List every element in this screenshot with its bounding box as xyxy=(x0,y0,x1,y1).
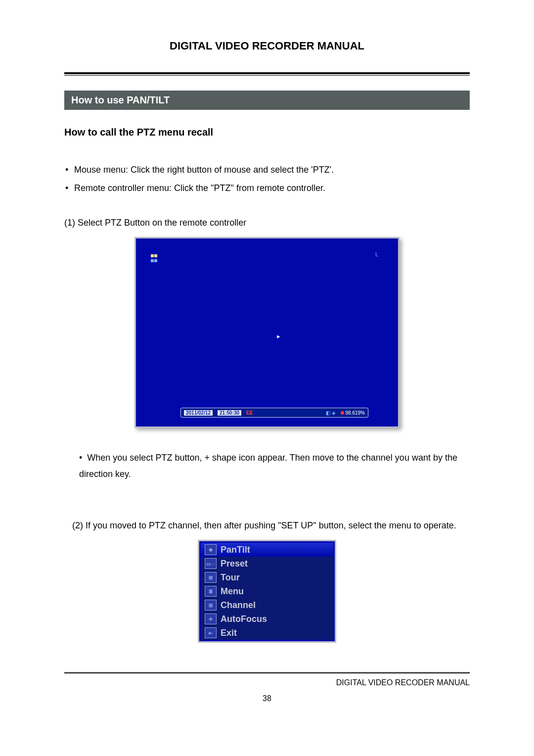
menu-icon: ≣ xyxy=(205,586,217,597)
doc-title: DIGITAL VIDEO RECORDER MANUAL xyxy=(64,40,470,52)
ptz-menu-label: PanTilt xyxy=(221,545,250,555)
bullet-item: Remote controller menu: Click the "PTZ" … xyxy=(64,181,470,195)
status-bar: 2011/02/12 21:50:30 EE ◧ ◈ 98.619% xyxy=(180,408,368,418)
ptz-menu-label: AutoFocus xyxy=(221,614,267,624)
dvr-screenshot-1: L ▸ 2011/02/12 21:50:30 EE ◧ ◈ 98.619% xyxy=(134,237,400,428)
status-icons: ◧ ◈ xyxy=(326,410,336,416)
tour-icon: ⊞ xyxy=(205,572,217,583)
ptz-menu-item-pantilt[interactable]: ✥PanTilt xyxy=(201,543,333,557)
ptz-menu-item-channel[interactable]: ⊞Channel xyxy=(201,598,333,612)
status-date: 2011/02/12 xyxy=(184,410,213,416)
status-time: 21:50:30 xyxy=(218,410,241,416)
preset-icon: ▭→ xyxy=(205,558,217,569)
corner-label: L xyxy=(375,251,378,257)
sub-heading: How to call the PTZ menu recall xyxy=(64,127,470,138)
ptz-menu-label: Menu xyxy=(221,586,244,597)
ptz-menu-item-autofocus[interactable]: ✛AutoFocus xyxy=(201,612,333,626)
ptz-menu: ✥PanTilt▭→Preset⊞Tour≣Menu⊞Channel✛AutoF… xyxy=(201,543,333,640)
ptz-icon: ✥ xyxy=(205,544,217,555)
ptz-menu-label: Preset xyxy=(221,559,248,569)
top-rule xyxy=(64,72,470,76)
status-rec: EE xyxy=(246,410,253,416)
ptz-menu-label: Exit xyxy=(221,628,237,638)
bullet-item: Mouse menu: Click the right button of mo… xyxy=(64,163,470,177)
footer-page-number: 38 xyxy=(64,694,470,703)
dvr-screenshot-2: ✥PanTilt▭→Preset⊞Tour≣Menu⊞Channel✛AutoF… xyxy=(198,540,336,643)
ptz-menu-item-preset[interactable]: ▭→Preset xyxy=(201,557,333,570)
section-banner: How to use PAN/TILT xyxy=(64,91,470,110)
ptz-menu-item-tour[interactable]: ⊞Tour xyxy=(201,570,333,584)
channel-icon: ⊞ xyxy=(205,600,217,611)
step-2-text: (2) If you moved to PTZ channel, then af… xyxy=(72,518,470,534)
step-1-note: When you select PTZ button, + shape icon… xyxy=(79,450,470,483)
ptz-menu-label: Tour xyxy=(221,572,240,583)
ptz-menu-item-exit[interactable]: ⇤Exit xyxy=(201,626,333,640)
cursor-icon: ▸ xyxy=(277,332,280,340)
bottom-rule xyxy=(64,672,470,673)
footer-right: DIGITAL VIDEO RECODER MANUAL xyxy=(64,678,470,687)
autofocus-icon: ✛ xyxy=(205,614,217,624)
ptz-menu-label: Channel xyxy=(221,600,256,611)
status-pct: 98.619% xyxy=(341,410,365,416)
intro-bullets: Mouse menu: Click the right button of mo… xyxy=(64,163,470,195)
ptz-menu-item-menu[interactable]: ≣Menu xyxy=(201,584,333,598)
exit-icon: ⇤ xyxy=(205,627,217,638)
step-1-text: (1) Select PTZ Button on the remote cont… xyxy=(64,215,470,231)
grid-view-icon xyxy=(151,254,160,263)
